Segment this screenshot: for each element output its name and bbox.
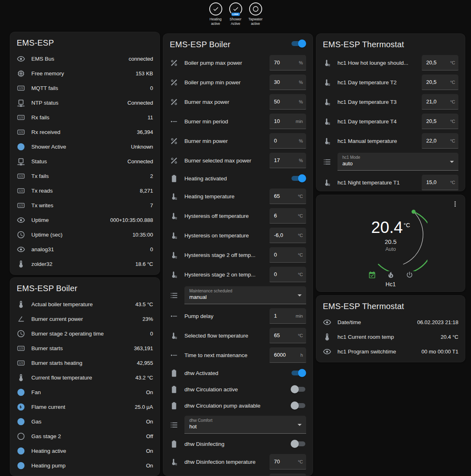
entity-row-analog31[interactable]: analog31 0 xyxy=(17,242,153,257)
number-input-hc1-how-hot-lounge-should[interactable]: 20,5 °C xyxy=(422,55,458,70)
number-input-burner-min-period[interactable]: 10 min xyxy=(269,114,306,129)
entity-name: Shower Active xyxy=(31,144,128,150)
entity-row-rx-received[interactable]: 123 Rx received 36,394 xyxy=(17,125,153,139)
number-input-selected-flow-temperature[interactable]: 65 °C xyxy=(269,328,306,343)
entity-row-zolder32[interactable]: zolder32 18.6 °C xyxy=(17,257,153,271)
entity-row-actual-boiler-temperature[interactable]: Actual boiler temperature 43.5 °C xyxy=(17,297,153,311)
entity-row-hc1-current-room-temp[interactable]: hc1 Current room temp 20.4 °C xyxy=(323,329,458,344)
entity-row-date-time[interactable]: Date/time 06.02.2023 21:18 xyxy=(323,315,458,329)
power-button[interactable] xyxy=(405,271,414,279)
entity-row-ntp-status[interactable]: NTP status Connected xyxy=(17,95,153,110)
card-ems-esp-thermostat-sensors: EMS-ESP Thermostat Date/time 06.02.2023 … xyxy=(316,295,465,362)
entity-row-hc1-program-switchtime[interactable]: hc1 Program switchtime 00 mo 00:00 T1 xyxy=(323,344,458,359)
status-circle xyxy=(209,2,222,15)
number-input-pump-delay[interactable]: 1 min xyxy=(269,308,306,324)
number-input-hc1-night-temperature-t1[interactable]: 15,0 °C xyxy=(422,175,458,190)
toggle-dhw-disinfecting[interactable] xyxy=(291,440,306,448)
control-label: Burner selected max power xyxy=(184,158,269,164)
toggle-dhw-circulation-pump-available[interactable] xyxy=(291,401,306,410)
number-input-boiler-pump-min-power[interactable]: 30 % xyxy=(269,75,306,90)
calendar-check-button[interactable] xyxy=(368,271,376,279)
control-label: dhw Disinfecting xyxy=(184,441,291,447)
circle-outline-icon xyxy=(17,432,25,441)
select-dhw-comfort[interactable]: dhw Comfort hot xyxy=(184,416,306,434)
select-hc1-mode[interactable]: hc1 Mode auto xyxy=(337,153,458,171)
entity-row-burner-stage-2-operating-time[interactable]: Burner stage 2 operating time 0 xyxy=(17,326,153,341)
select-maintenance-scheduled[interactable]: Maintenance scheduled manual xyxy=(184,286,306,304)
entity-row-burner-current-power[interactable]: Burner current power 23% xyxy=(17,311,153,326)
number-input-hysteresis-off-temperature[interactable]: 6 °C xyxy=(269,208,306,224)
toggle-dhw-activated[interactable] xyxy=(291,369,306,377)
entity-row-tx-writes[interactable]: 123 Tx writes 7 xyxy=(17,198,153,213)
number-input-hc1-day-temperature-t2[interactable]: 20,5 °C xyxy=(422,75,458,90)
toggle-thumb xyxy=(291,401,299,410)
number-input-heating-temperature[interactable]: 65 °C xyxy=(269,189,306,204)
status-badge-shower-active[interactable]: LINK Shower Active xyxy=(226,2,245,26)
entity-row-ems-bus[interactable]: EMS Bus connected xyxy=(17,51,153,66)
check-circle-icon xyxy=(17,143,25,151)
status-badge-tapwater-active[interactable]: Tapwater active xyxy=(246,2,265,26)
counter-icon: 123 xyxy=(17,344,25,353)
control-row-hysteresis-off-temperature: Hysteresis off temperature 6 °C xyxy=(170,206,306,226)
status-badge-heating-active[interactable]: Heating active xyxy=(206,2,225,26)
dial-handle[interactable] xyxy=(412,210,416,214)
entity-row-rx-fails[interactable]: 123 Rx fails 11 xyxy=(17,110,153,125)
entity-row-tx-fails[interactable]: 123 Tx fails 2 xyxy=(17,169,153,183)
control-row-selected-flow-temperature: Selected flow temperature 65 °C xyxy=(170,326,306,345)
entity-row-heating-active[interactable]: Heating active On xyxy=(17,443,153,458)
check-icon xyxy=(232,6,239,12)
number-input-dhw-disinfection-temperature[interactable]: 70 °C xyxy=(269,454,306,469)
toggle-heating-activated[interactable] xyxy=(291,174,306,182)
thermo-waves-icon xyxy=(323,98,331,106)
power-icon xyxy=(405,271,414,279)
number-input-hc1-manual-temperature[interactable]: 22,0 °C xyxy=(422,133,458,149)
number-input-time-to-next-maintenance[interactable]: 6000 h xyxy=(269,347,306,363)
entity-state: 0 xyxy=(150,246,153,252)
entity-row-mqtt-fails[interactable]: 123 MQTT fails 0 xyxy=(17,81,153,95)
control-row-dhw-comfort: dhw Comfort hot xyxy=(170,414,306,436)
thermostat-card: 20.4°C 20.5 Auto Hc1 xyxy=(316,195,465,292)
entity-row-fan[interactable]: Fan On xyxy=(17,385,153,399)
entity-row-gas-stage-2[interactable]: Gas stage 2 Off xyxy=(17,429,153,443)
entity-row-uptime-sec[interactable]: Uptime (sec) 10:35:00 xyxy=(17,227,153,242)
entity-row-free-memory[interactable]: Free memory 153 KB xyxy=(17,66,153,81)
number-input-hc1-day-temperature-t3[interactable]: 21,0 °C xyxy=(422,94,458,110)
control-label: hc1 Day temperature T2 xyxy=(337,79,422,86)
eye-icon xyxy=(323,318,331,327)
entity-row-tx-reads[interactable]: 123 Tx reads 8,271 xyxy=(17,183,153,198)
entity-state: Off xyxy=(146,433,153,439)
number-input-burner-min-power[interactable]: 0 % xyxy=(269,133,306,149)
card-title: EMS-ESP xyxy=(10,32,160,51)
number-input-hc1-day-temperature-t4[interactable]: 20,5 °C xyxy=(422,114,458,129)
card-header: EMS-ESP Boiler xyxy=(163,34,313,53)
control-row-hysteresis-on-temperature: Hysteresis on temperature -6,0 °C xyxy=(170,226,306,245)
number-input-hysteresis-stage-2-on-temp[interactable]: 0 °C xyxy=(269,267,306,282)
toggle-dhw-circulation-active[interactable] xyxy=(291,385,306,393)
number-input-hysteresis-on-temperature[interactable]: -6,0 °C xyxy=(269,228,306,243)
more-options-button[interactable] xyxy=(451,200,460,209)
number-input-dhw-flow-temperature-offset[interactable]: 40 °C xyxy=(269,474,306,476)
number-input-hysteresis-stage-2-off-temp[interactable]: 0 °C xyxy=(269,247,306,263)
fire-button[interactable] xyxy=(387,271,395,279)
boiler-enabled-toggle[interactable] xyxy=(291,39,306,48)
entity-row-status[interactable]: Status Connected xyxy=(17,154,153,169)
entity-row-shower-active[interactable]: Shower Active Unknown xyxy=(17,139,153,154)
control-row-heating-activated: Heating activated xyxy=(170,170,306,186)
entity-row-uptime[interactable]: Uptime 000+10:35:00.888 xyxy=(17,213,153,227)
control-label: Boiler pump max power xyxy=(184,60,269,66)
entity-row-burner-starts[interactable]: 123 Burner starts 363,191 xyxy=(17,341,153,355)
eye-icon xyxy=(17,245,25,254)
entity-row-burner-starts-heating[interactable]: 123 Burner starts heating 42,955 xyxy=(17,355,153,370)
thermostat-dial[interactable]: 20.4°C 20.5 Auto xyxy=(354,198,427,271)
check-circle-icon xyxy=(17,461,25,470)
entity-row-flame-current[interactable]: Flame current 25.0 µA xyxy=(17,399,153,414)
number-input-burner-selected-max-power[interactable]: 17 % xyxy=(269,153,306,168)
number-input-burner-max-power[interactable]: 50 % xyxy=(269,94,306,110)
entity-row-gas[interactable]: Gas On xyxy=(17,414,153,429)
number-input-boiler-pump-max-power[interactable]: 70 % xyxy=(269,55,306,70)
input-value: 17 xyxy=(274,157,280,163)
entity-row-heating-pump[interactable]: Heating pump On xyxy=(17,458,153,473)
entity-name: zolder32 xyxy=(31,261,132,267)
input-unit: °C xyxy=(450,180,455,185)
entity-row-current-flow-temperature[interactable]: Current flow temperature 43.2 °C xyxy=(17,370,153,385)
